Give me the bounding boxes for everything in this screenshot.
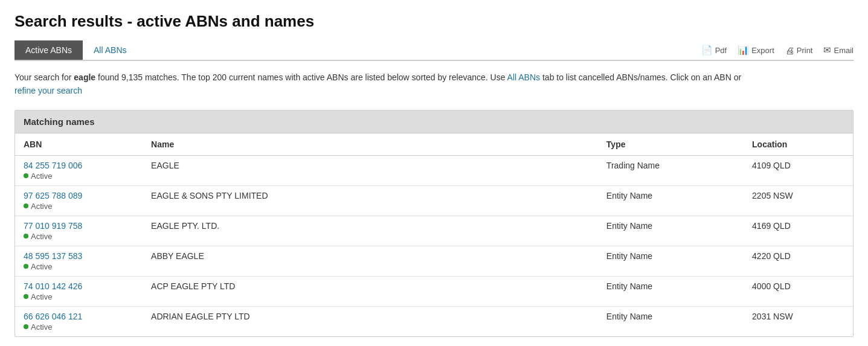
abn-link[interactable]: 84 255 719 006	[24, 161, 134, 170]
pdf-label: Pdf	[715, 46, 727, 55]
tab-active-abns[interactable]: Active ABNs	[14, 40, 83, 60]
status-text: Active	[31, 292, 52, 301]
tabs-container: Active ABNs All ABNs	[14, 40, 138, 60]
refine-search-link[interactable]: refine your search	[14, 86, 82, 95]
active-dot	[24, 264, 28, 269]
export-action[interactable]: 📊 Export	[738, 45, 774, 56]
table-row: 48 595 137 583 Active ABBY EAGLE Entity …	[15, 246, 853, 276]
location-cell: 4109 QLD	[744, 155, 853, 185]
active-dot	[24, 324, 28, 329]
status-badge: Active	[24, 262, 52, 271]
info-suffix: tab to list cancelled ABNs/names. Click …	[540, 72, 741, 82]
location-cell: 4169 QLD	[744, 216, 853, 246]
status-text: Active	[31, 171, 52, 181]
export-icon: 📊	[738, 45, 749, 56]
active-dot	[24, 294, 28, 299]
export-label: Export	[751, 46, 774, 55]
col-type: Type	[598, 133, 744, 156]
location-cell: 2031 NSW	[744, 306, 853, 336]
col-name: Name	[143, 133, 598, 156]
print-label: Print	[797, 46, 813, 55]
table-header-row: ABN Name Type Location	[15, 133, 853, 156]
abn-link[interactable]: 66 626 046 121	[24, 312, 134, 321]
status-badge: Active	[24, 322, 52, 332]
abn-link[interactable]: 97 625 788 089	[24, 191, 134, 200]
name-cell: EAGLE & SONS PTY LIMITED	[143, 185, 598, 216]
tabs-toolbar: Active ABNs All ABNs 📄 Pdf 📊 Export 🖨 Pr…	[14, 40, 854, 61]
active-dot	[24, 234, 28, 239]
abn-link[interactable]: 77 010 919 758	[24, 221, 134, 231]
matching-names-box: Matching names ABN Name Type Location 84…	[14, 110, 854, 337]
all-abns-link[interactable]: All ABNs	[507, 72, 540, 82]
status-badge: Active	[24, 202, 52, 211]
info-text: Your search for eagle found 9,135 matche…	[14, 71, 854, 98]
name-cell: ABBY EAGLE	[143, 246, 598, 276]
table-row: 97 625 788 089 Active EAGLE & SONS PTY L…	[15, 185, 853, 216]
info-middle: found 9,135 matches. The top 200 current…	[95, 72, 507, 82]
email-label: Email	[834, 46, 854, 55]
status-badge: Active	[24, 171, 52, 181]
abn-link[interactable]: 48 595 137 583	[24, 251, 134, 261]
toolbar-actions: 📄 Pdf 📊 Export 🖨 Print ✉ Email	[701, 45, 854, 56]
info-prefix: Your search for	[14, 72, 74, 82]
abn-cell: 48 595 137 583 Active	[15, 246, 143, 276]
col-location: Location	[744, 133, 853, 156]
table-row: 74 010 142 426 Active ACP EAGLE PTY LTD …	[15, 276, 853, 306]
abn-cell: 74 010 142 426 Active	[15, 276, 143, 306]
results-table: ABN Name Type Location 84 255 719 006 Ac…	[15, 133, 853, 336]
location-cell: 2205 NSW	[744, 185, 853, 216]
type-cell: Trading Name	[598, 155, 744, 185]
type-cell: Entity Name	[598, 276, 744, 306]
abn-cell: 77 010 919 758 Active	[15, 216, 143, 246]
tab-all-abns[interactable]: All ABNs	[83, 40, 137, 60]
name-cell: EAGLE PTY. LTD.	[143, 216, 598, 246]
location-cell: 4000 QLD	[744, 276, 853, 306]
name-cell: EAGLE	[143, 155, 598, 185]
abn-link[interactable]: 74 010 142 426	[24, 281, 134, 291]
table-row: 84 255 719 006 Active EAGLE Trading Name…	[15, 155, 853, 185]
search-term: eagle	[74, 72, 95, 82]
status-badge: Active	[24, 232, 52, 241]
type-cell: Entity Name	[598, 185, 744, 216]
type-cell: Entity Name	[598, 246, 744, 276]
type-cell: Entity Name	[598, 306, 744, 336]
pdf-icon: 📄	[701, 45, 713, 56]
name-cell: ADRIAN EAGLE PTY LTD	[143, 306, 598, 336]
table-row: 77 010 919 758 Active EAGLE PTY. LTD. En…	[15, 216, 853, 246]
abn-cell: 97 625 788 089 Active	[15, 185, 143, 216]
status-text: Active	[31, 262, 52, 271]
matching-names-header: Matching names	[15, 111, 853, 133]
table-row: 66 626 046 121 Active ADRIAN EAGLE PTY L…	[15, 306, 853, 336]
active-dot	[24, 203, 28, 208]
status-badge: Active	[24, 292, 52, 301]
page-title: Search results - active ABNs and names	[14, 12, 854, 31]
email-action[interactable]: ✉ Email	[823, 45, 854, 56]
status-text: Active	[31, 322, 52, 332]
pdf-action[interactable]: 📄 Pdf	[701, 45, 727, 56]
status-text: Active	[31, 202, 52, 211]
abn-cell: 84 255 719 006 Active	[15, 155, 143, 185]
active-dot	[24, 173, 28, 178]
section-title: Matching names	[24, 117, 95, 127]
status-text: Active	[31, 232, 52, 241]
name-cell: ACP EAGLE PTY LTD	[143, 276, 598, 306]
location-cell: 4220 QLD	[744, 246, 853, 276]
print-action[interactable]: 🖨 Print	[785, 45, 813, 56]
type-cell: Entity Name	[598, 216, 744, 246]
email-icon: ✉	[823, 45, 831, 56]
col-abn: ABN	[15, 133, 143, 156]
abn-cell: 66 626 046 121 Active	[15, 306, 143, 336]
print-icon: 🖨	[785, 45, 794, 56]
